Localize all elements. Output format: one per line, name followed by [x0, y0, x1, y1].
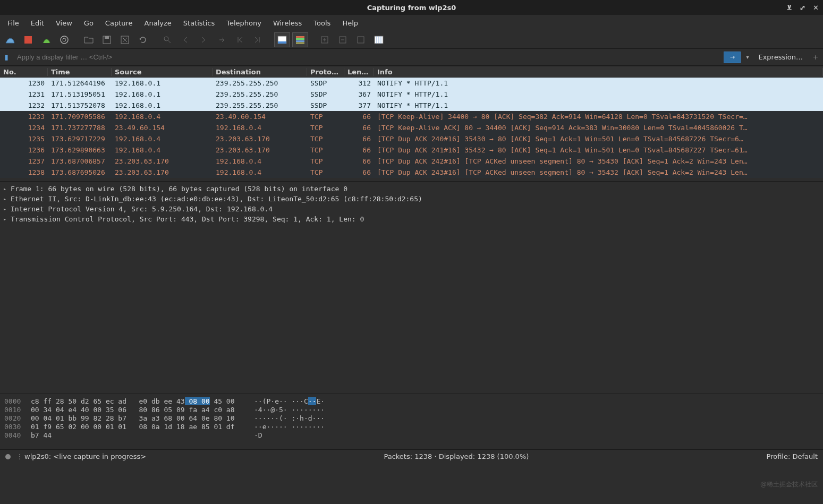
byte-row[interactable]: 0040b7 44 ·D	[4, 431, 819, 440]
titlebar: Capturing from wlp2s0 ⊻ ⤢ ✕	[0, 0, 823, 15]
zoom-reset-button[interactable]	[353, 32, 369, 47]
packet-list: No. Time Source Destination Protocol Len…	[0, 66, 823, 182]
maximize-icon[interactable]: ⤢	[800, 4, 805, 12]
divider-icon: ⋮	[15, 452, 24, 460]
stop-capture-button[interactable]	[20, 32, 36, 47]
svg-rect-10	[296, 38, 304, 40]
byte-row[interactable]: 001000 34 04 e4 40 00 35 06 80 86 05 09 …	[4, 406, 819, 414]
packet-details[interactable]: ▸Frame 1: 66 bytes on wire (528 bits), 6…	[0, 182, 823, 394]
menu-view[interactable]: View	[50, 17, 78, 29]
svg-point-2	[63, 38, 66, 41]
col-protocol[interactable]: Protocol	[307, 68, 344, 76]
table-row[interactable]: 1234171.73727778823.49.60.154192.168.0.4…	[0, 122, 823, 133]
filter-dropdown-icon[interactable]: ▾	[744, 54, 751, 60]
svg-rect-4	[105, 36, 109, 39]
byte-row[interactable]: 0000c8 ff 28 50 d2 65 ec ad e0 db ee 43 …	[4, 397, 819, 406]
status-right[interactable]: Profile: Default	[767, 452, 818, 460]
shark-fin-icon[interactable]	[2, 32, 18, 47]
zoom-in-button[interactable]	[317, 32, 333, 47]
status-center: Packets: 1238 · Displayed: 1238 (100.0%)	[384, 452, 529, 460]
toolbar	[0, 31, 823, 49]
packet-list-header[interactable]: No. Time Source Destination Protocol Len…	[0, 66, 823, 78]
menu-go[interactable]: Go	[79, 17, 99, 29]
window-title: Capturing from wlp2s0	[367, 4, 456, 12]
svg-rect-0	[24, 36, 32, 44]
menu-telephony[interactable]: Telephony	[221, 17, 267, 29]
svg-point-1	[61, 36, 68, 44]
goto-button[interactable]	[214, 32, 230, 47]
svg-point-6	[164, 37, 168, 41]
table-row[interactable]: 1237173.68700685723.203.63.170192.168.0.…	[0, 156, 823, 167]
svg-rect-11	[296, 40, 304, 42]
auto-scroll-button[interactable]	[274, 32, 290, 47]
menu-analyze[interactable]: Analyze	[139, 17, 177, 29]
byte-row[interactable]: 003001 f9 65 02 00 00 01 01 08 0a 1d 18 …	[4, 423, 819, 431]
filter-row: ▮ → ▾ Expression… +	[0, 49, 823, 66]
expert-info-icon[interactable]	[5, 454, 11, 459]
menubar: FileEditViewGoCaptureAnalyzeStatisticsTe…	[0, 15, 823, 31]
col-destination[interactable]: Destination	[213, 68, 307, 76]
menu-edit[interactable]: Edit	[26, 17, 49, 29]
col-time[interactable]: Time	[48, 68, 112, 76]
menu-file[interactable]: File	[2, 17, 24, 29]
bookmark-icon[interactable]: ▮	[2, 52, 11, 63]
col-source[interactable]: Source	[112, 68, 213, 76]
zoom-out-button[interactable]	[335, 32, 351, 47]
reload-button[interactable]	[135, 32, 151, 47]
chevron-right-icon[interactable]: ▸	[3, 186, 11, 192]
table-row[interactable]: 1235173.629717229192.168.0.423.203.63.17…	[0, 133, 823, 144]
packet-bytes[interactable]: 0000c8 ff 28 50 d2 65 ec ad e0 db ee 43 …	[0, 394, 823, 449]
col-info[interactable]: Info	[374, 68, 823, 76]
col-length[interactable]: Length	[344, 68, 374, 76]
menu-help[interactable]: Help	[337, 17, 363, 29]
watermark: @稀土掘金技术社区	[760, 480, 818, 489]
save-file-button[interactable]	[99, 32, 115, 47]
open-file-button[interactable]	[81, 32, 97, 47]
table-row[interactable]: 1233171.709705586192.168.0.423.49.60.154…	[0, 111, 823, 122]
first-packet-button[interactable]	[232, 32, 248, 47]
chevron-right-icon[interactable]: ▸	[3, 196, 11, 202]
prev-button[interactable]	[177, 32, 193, 47]
svg-rect-9	[296, 36, 304, 38]
menu-wireless[interactable]: Wireless	[268, 17, 307, 29]
menu-capture[interactable]: Capture	[100, 17, 138, 29]
menu-statistics[interactable]: Statistics	[178, 17, 220, 29]
byte-row[interactable]: 002000 04 01 bb 99 82 28 b7 3a a3 68 00 …	[4, 414, 819, 423]
svg-rect-15	[358, 37, 364, 43]
find-button[interactable]	[159, 32, 175, 47]
tree-row[interactable]: ▸Frame 1: 66 bytes on wire (528 bits), 6…	[0, 184, 823, 194]
minimize-icon[interactable]: ⊻	[787, 4, 793, 12]
chevron-right-icon[interactable]: ▸	[3, 216, 11, 222]
close-file-button[interactable]	[117, 32, 133, 47]
status-left: wlp2s0: <live capture in progress>	[24, 452, 146, 460]
table-row[interactable]: 1238173.68769502623.203.63.170192.168.0.…	[0, 167, 823, 178]
chevron-right-icon[interactable]: ▸	[3, 206, 11, 212]
table-row[interactable]: 1232171.513752078192.168.0.1239.255.255.…	[0, 100, 823, 111]
table-row[interactable]: 1236173.629890663192.168.0.423.203.63.17…	[0, 144, 823, 156]
tree-row[interactable]: ▸Ethernet II, Src: D-LinkIn_db:ee:43 (ec…	[0, 194, 823, 204]
last-packet-button[interactable]	[250, 32, 266, 47]
svg-rect-8	[278, 41, 286, 44]
svg-rect-12	[296, 42, 304, 44]
tree-row[interactable]: ▸Transmission Control Protocol, Src Port…	[0, 214, 823, 224]
resize-columns-button[interactable]	[371, 32, 387, 47]
statusbar: ⋮ wlp2s0: <live capture in progress> Pac…	[0, 449, 823, 463]
display-filter-input[interactable]	[14, 51, 720, 63]
table-row[interactable]: 1231171.513195051192.168.0.1239.255.255.…	[0, 89, 823, 100]
next-button[interactable]	[196, 32, 211, 47]
capture-options-button[interactable]	[56, 32, 72, 47]
table-row[interactable]: 1230171.512644196192.168.0.1239.255.255.…	[0, 78, 823, 89]
col-no[interactable]: No.	[0, 68, 48, 76]
close-icon[interactable]: ✕	[813, 4, 819, 12]
colorize-button[interactable]	[292, 32, 308, 47]
tree-row[interactable]: ▸Internet Protocol Version 4, Src: 5.9.2…	[0, 204, 823, 214]
add-filter-button[interactable]: +	[810, 53, 821, 61]
restart-capture-button[interactable]	[38, 32, 54, 47]
expression-button[interactable]: Expression…	[754, 53, 807, 61]
apply-filter-button[interactable]: →	[724, 52, 741, 63]
menu-tools[interactable]: Tools	[308, 17, 336, 29]
